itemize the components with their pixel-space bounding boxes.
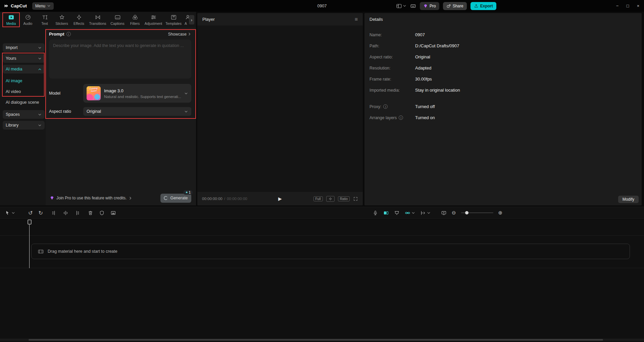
scrollbar-thumb[interactable] bbox=[29, 339, 603, 341]
detail-row-proxy: Proxy: i Turned off bbox=[369, 101, 637, 112]
full-preview-button[interactable]: Full bbox=[313, 196, 323, 201]
sidebar-item-yours[interactable]: Yours bbox=[3, 54, 45, 63]
tab-adjustment[interactable]: Adjustment bbox=[143, 14, 164, 26]
generate-button[interactable]: Generate bbox=[160, 194, 191, 203]
export-button[interactable]: Export bbox=[470, 2, 496, 10]
cursor-icon bbox=[5, 210, 10, 216]
drop-hint-text: Drag material here and start to create bbox=[48, 249, 117, 254]
player-controls: 00:00:00:00 / 00:00:00:00 ▶ Full Ratio bbox=[197, 192, 363, 205]
mask-button[interactable] bbox=[99, 210, 105, 216]
timeline-zoom-slider[interactable] bbox=[461, 212, 493, 213]
sidebar-item-ai-dialogue-scene[interactable]: AI dialogue scene bbox=[3, 97, 45, 108]
model-select[interactable]: Coming Soon! Image 3.0 Natural and reali… bbox=[83, 84, 191, 103]
model-row: Model Coming Soon! Image 3.0 Natural and… bbox=[49, 84, 191, 103]
playhead-handle[interactable] bbox=[28, 219, 32, 225]
capcut-logo-icon bbox=[4, 3, 9, 8]
tab-audio[interactable]: Audio bbox=[19, 14, 36, 26]
info-icon[interactable]: i bbox=[383, 104, 388, 109]
tab-stickers[interactable]: Stickers bbox=[53, 14, 70, 26]
prompt-label: Prompt bbox=[49, 32, 64, 37]
close-button[interactable]: × bbox=[633, 0, 643, 12]
chevron-down-icon bbox=[38, 57, 42, 60]
capcut-logo: CapCut bbox=[4, 3, 27, 8]
model-description: Natural and realistic. Supports text gen… bbox=[104, 95, 181, 99]
sidebar-item-library[interactable]: Library bbox=[3, 121, 45, 130]
info-icon[interactable]: i bbox=[66, 32, 71, 36]
captions-icon bbox=[114, 14, 121, 20]
fullscreen-button[interactable] bbox=[353, 196, 358, 201]
detail-row-imported-media: Imported media: Stay in original locatio… bbox=[369, 85, 637, 96]
filters-icon bbox=[132, 14, 138, 20]
pro-badge-button[interactable]: Pro bbox=[420, 2, 439, 10]
delete-left-button[interactable] bbox=[51, 210, 57, 216]
record-voiceover-button[interactable] bbox=[373, 210, 378, 216]
select-tool-button[interactable] bbox=[5, 210, 15, 216]
chevron-down-icon bbox=[38, 46, 42, 50]
play-button[interactable]: ▶ bbox=[278, 196, 282, 201]
split-button[interactable] bbox=[63, 210, 68, 216]
prompt-input[interactable] bbox=[49, 40, 191, 79]
focus-button[interactable] bbox=[326, 196, 335, 202]
tab-templates[interactable]: Templates bbox=[164, 14, 183, 26]
sidebar-item-ai-media[interactable]: AI media bbox=[3, 65, 45, 74]
asset-tab-bar: Media Audio Text Stickers Effects Transi… bbox=[0, 12, 196, 28]
cover-button[interactable] bbox=[394, 210, 400, 216]
layout-icon bbox=[396, 3, 402, 9]
aspect-ratio-label: Aspect ratio bbox=[49, 109, 71, 114]
overlay-button[interactable] bbox=[110, 210, 116, 216]
share-icon bbox=[446, 4, 451, 8]
expand-tabs-button[interactable]: › bbox=[189, 15, 194, 25]
sidebar-item-import[interactable]: Import bbox=[3, 43, 45, 52]
mirror-preview-button[interactable] bbox=[441, 210, 447, 216]
tab-text[interactable]: Text bbox=[36, 14, 53, 26]
sidebar-item-ai-image[interactable]: AI image bbox=[3, 76, 45, 86]
delete-right-icon bbox=[74, 210, 80, 216]
player-menu-icon[interactable]: ≡ bbox=[355, 16, 358, 22]
undo-button[interactable]: ↺ bbox=[28, 210, 33, 216]
sidebar-item-ai-video[interactable]: AI video bbox=[3, 86, 45, 97]
share-label: Share bbox=[453, 4, 463, 8]
showcase-link[interactable]: Showcase bbox=[168, 32, 191, 37]
menu-button[interactable]: Menu bbox=[32, 2, 54, 10]
tab-effects[interactable]: Effects bbox=[70, 14, 87, 26]
info-icon[interactable]: i bbox=[399, 115, 403, 120]
minimize-button[interactable]: − bbox=[612, 0, 623, 12]
pro-diamond-icon bbox=[50, 196, 54, 200]
tab-filters[interactable]: Filters bbox=[127, 14, 143, 26]
player-viewport bbox=[197, 26, 363, 192]
maximize-button[interactable]: □ bbox=[623, 0, 633, 12]
playhead-line bbox=[29, 225, 30, 268]
share-button[interactable]: Share bbox=[443, 2, 467, 10]
ratio-button[interactable]: Ratio bbox=[338, 196, 350, 201]
delete-left-icon bbox=[51, 210, 57, 216]
aspect-ratio-select[interactable]: Original bbox=[83, 107, 191, 116]
zoom-out-button[interactable]: ⊖ bbox=[452, 210, 456, 216]
join-pro-hint[interactable]: Join Pro to use this feature with credit… bbox=[56, 196, 127, 200]
player-header: Player ≡ bbox=[197, 13, 363, 26]
tab-transitions[interactable]: Transitions bbox=[87, 14, 108, 26]
fullscreen-icon bbox=[353, 196, 358, 201]
horizontal-scrollbar[interactable] bbox=[0, 339, 644, 341]
detail-row-aspect-ratio: Aspect ratio: Original bbox=[369, 51, 637, 62]
sidebar-item-spaces[interactable]: Spaces bbox=[3, 110, 45, 119]
effects-icon bbox=[76, 14, 82, 20]
tab-captions[interactable]: Captions bbox=[108, 14, 127, 26]
smart-cut-button[interactable] bbox=[383, 210, 389, 216]
menu-label: Menu bbox=[35, 4, 45, 8]
workspace-layout-button[interactable] bbox=[396, 3, 406, 9]
modify-button[interactable]: Modify bbox=[618, 196, 639, 203]
shortcuts-button[interactable] bbox=[410, 3, 416, 9]
delete-right-button[interactable] bbox=[74, 210, 80, 216]
media-drop-zone[interactable]: Drag material here and start to create bbox=[31, 244, 630, 259]
timeline-area[interactable]: Drag material here and start to create bbox=[0, 219, 644, 342]
track-divider bbox=[0, 235, 644, 236]
delete-button[interactable] bbox=[88, 210, 93, 216]
zoom-in-button[interactable]: ⊕ bbox=[498, 210, 503, 216]
tab-media[interactable]: Media bbox=[3, 14, 19, 26]
auto-cut-button[interactable] bbox=[420, 210, 431, 216]
redo-button[interactable]: ↻ bbox=[38, 210, 43, 216]
templates-icon bbox=[170, 14, 177, 20]
link-clips-button[interactable] bbox=[405, 210, 415, 216]
zoom-slider-thumb[interactable] bbox=[465, 211, 468, 214]
split-icon bbox=[63, 210, 68, 216]
